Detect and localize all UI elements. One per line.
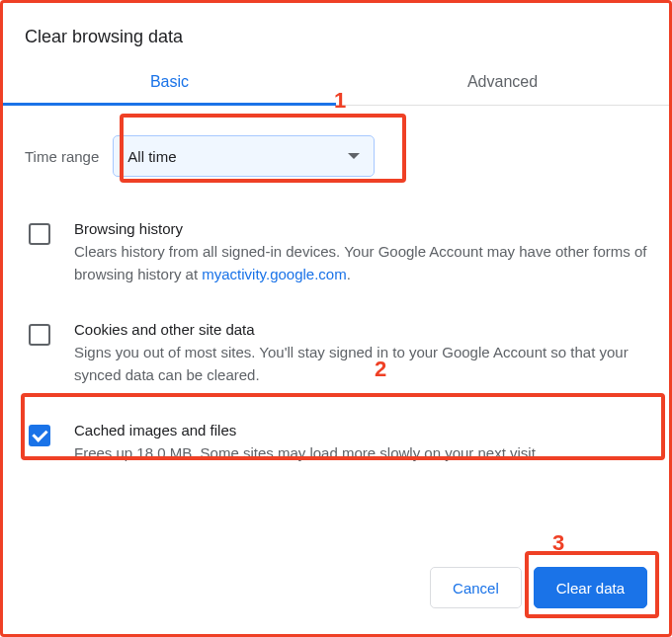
chevron-down-icon	[348, 153, 360, 159]
myactivity-link[interactable]: myactivity.google.com	[202, 266, 346, 282]
option-cookies: Cookies and other site data Signs you ou…	[25, 303, 649, 404]
options-list: Browsing history Clears history from all…	[3, 195, 669, 483]
option-title: Cookies and other site data	[74, 321, 649, 338]
annotation-number-1: 1	[334, 88, 346, 114]
clear-data-button[interactable]: Clear data	[534, 567, 647, 608]
option-description: Frees up 18.0 MB. Some sites may load mo…	[74, 442, 649, 465]
option-browsing-history: Browsing history Clears history from all…	[25, 202, 649, 303]
time-range-label: Time range	[25, 148, 99, 165]
time-range-row: Time range All time	[3, 106, 669, 195]
clear-browsing-data-dialog: Clear browsing data Basic Advanced Time …	[0, 0, 672, 637]
cancel-button[interactable]: Cancel	[430, 567, 522, 608]
option-title: Browsing history	[74, 220, 649, 237]
tab-basic[interactable]: Basic	[3, 65, 336, 106]
annotation-number-2: 2	[375, 357, 386, 382]
option-title: Cached images and files	[74, 422, 649, 438]
checkbox-cookies[interactable]	[29, 324, 50, 346]
time-range-select[interactable]: All time	[113, 135, 375, 177]
checkbox-cache[interactable]	[29, 425, 50, 446]
dialog-footer: Cancel Clear data	[430, 567, 647, 608]
time-range-value: All time	[127, 148, 176, 165]
dialog-title: Clear browsing data	[3, 3, 669, 65]
option-description: Clears history from all signed-in device…	[74, 241, 649, 285]
option-description: Signs you out of most sites. You'll stay…	[74, 342, 649, 386]
option-cache: Cached images and files Frees up 18.0 MB…	[25, 404, 649, 483]
annotation-number-3: 3	[552, 530, 564, 556]
tab-advanced[interactable]: Advanced	[336, 65, 669, 105]
checkbox-browsing-history[interactable]	[29, 223, 50, 245]
